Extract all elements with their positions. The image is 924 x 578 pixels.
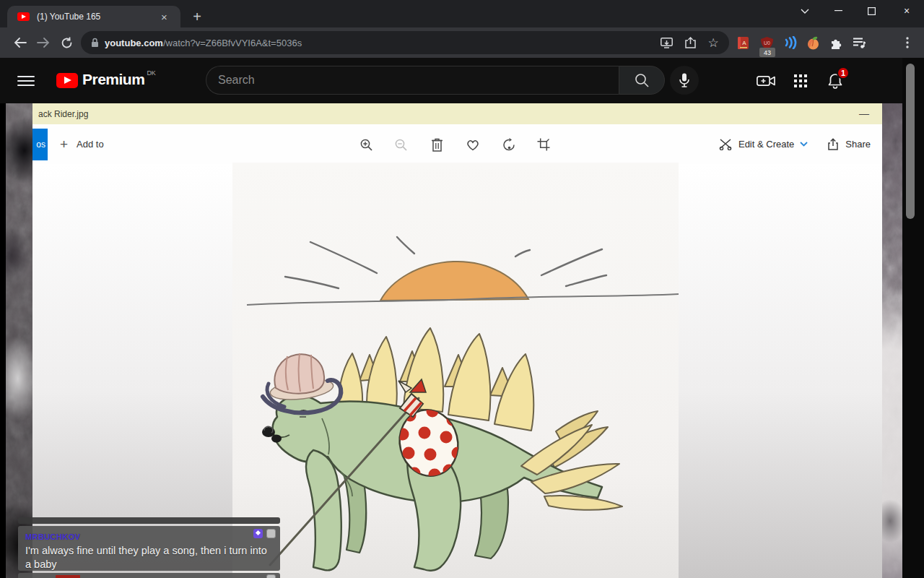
chat-message-text: I'm always fine until they play a song, … (25, 544, 273, 571)
svg-text:U0: U0 (764, 40, 770, 45)
browser-window: (1) YouTube 165 × + × (0, 0, 924, 578)
bookmark-star-icon[interactable]: ☆ (705, 34, 722, 51)
url-text: youtube.com/watch?v=Z66BfvVYI6A&t=5036s (105, 38, 302, 48)
rotate-icon[interactable] (498, 134, 520, 155)
svg-text:A: A (742, 40, 746, 46)
logo-region: DK (147, 69, 156, 77)
window-chevron-icon[interactable] (790, 0, 820, 22)
youtube-premium-logo[interactable]: Premium DK (56, 71, 156, 88)
voice-search-button[interactable] (670, 66, 699, 95)
plus-icon: + (60, 137, 68, 152)
window-titlebar: (1) YouTube 165 × + × (0, 0, 924, 27)
forward-button[interactable] (33, 33, 53, 53)
add-to-button[interactable]: + Add to (60, 124, 104, 164)
photos-toolbar-right: Edit & Create Share (719, 124, 882, 164)
install-app-icon[interactable] (658, 34, 675, 51)
extension-soundwave-icon[interactable] (781, 33, 800, 52)
share-button[interactable]: Share (827, 138, 871, 150)
youtube-masthead: Premium DK 1 (0, 58, 924, 103)
crop-icon[interactable] (533, 134, 554, 155)
photos-titlebar: ack Rider.jpg — (32, 103, 882, 124)
browser-tab[interactable]: (1) YouTube 165 × (7, 6, 180, 27)
chat-message-next (18, 573, 280, 578)
see-all-photos-button[interactable]: os (32, 129, 48, 160)
photos-toolbar: os + Add to (32, 124, 882, 164)
zoom-out-icon (390, 134, 411, 155)
browser-menu-icon[interactable] (897, 33, 918, 53)
chat-member-badge-icon (253, 529, 263, 538)
youtube-favicon-icon (17, 12, 30, 21)
tab-close-icon[interactable]: × (161, 11, 167, 23)
chat-next-username (56, 575, 80, 578)
logo-text: Premium (82, 71, 144, 88)
window-maximize-button[interactable] (856, 0, 886, 22)
url-path: /watch?v=Z66BfvVYI6A&t=5036s (163, 38, 302, 48)
search-input[interactable] (218, 74, 593, 87)
delete-icon[interactable] (426, 134, 448, 155)
see-all-photos-partial-label: os (36, 139, 45, 150)
edit-create-button[interactable]: Edit & Create (719, 138, 808, 150)
share-icon[interactable] (681, 34, 699, 51)
video-left-texture-shade (6, 103, 32, 578)
chat-next-badge-icon (266, 574, 276, 578)
menu-hamburger-icon[interactable] (17, 72, 35, 90)
edit-create-icon (719, 138, 733, 150)
share-photos-icon (827, 138, 840, 150)
photos-window-title: ack Rider.jpg (38, 109, 88, 119)
chat-message-previous (18, 517, 280, 524)
chat-emoji-badge-icon (266, 529, 276, 538)
chevron-down-icon (800, 142, 808, 147)
create-video-icon[interactable] (757, 72, 775, 90)
window-close-button[interactable]: × (889, 0, 924, 22)
back-button[interactable] (10, 33, 30, 53)
zoom-in-icon[interactable] (355, 134, 377, 155)
search-icon (635, 73, 649, 87)
microphone-icon (679, 73, 689, 87)
notification-count-badge: 1 (837, 66, 850, 79)
search-button[interactable] (619, 66, 665, 95)
ublock-badge: 43 (759, 48, 775, 57)
extension-peach-icon[interactable] (803, 33, 822, 52)
search-box[interactable] (206, 66, 619, 95)
favorite-heart-icon[interactable] (462, 134, 484, 155)
window-minimize-button[interactable] (823, 0, 853, 22)
photos-app-window: ack Rider.jpg — os + Add to (32, 103, 882, 578)
extensions-puzzle-icon[interactable] (826, 33, 845, 52)
video-right-texture-shade (882, 103, 902, 578)
photos-content (32, 164, 882, 578)
photos-minimize-icon: — (859, 108, 869, 119)
share-label: Share (845, 139, 871, 150)
tab-title: (1) YouTube 165 (37, 12, 160, 22)
lock-icon (91, 38, 99, 48)
reload-button[interactable] (56, 33, 77, 53)
url-domain: youtube.com (105, 38, 163, 48)
chat-username: MRBUCHKOV (25, 532, 80, 541)
page-scrollbar-thumb[interactable] (906, 64, 915, 219)
extension-red-book-icon[interactable]: A (733, 33, 752, 52)
browser-toolbar: youtube.com/watch?v=Z66BfvVYI6A&t=5036s … (0, 27, 924, 58)
video-player[interactable]: ack Rider.jpg — os + Add to (0, 103, 924, 578)
extension-music-queue-icon[interactable] (850, 33, 868, 52)
new-tab-button[interactable]: + (186, 6, 208, 27)
url-bar[interactable]: youtube.com/watch?v=Z66BfvVYI6A&t=5036s … (81, 31, 729, 54)
youtube-play-icon (56, 73, 78, 88)
edit-create-label: Edit & Create (738, 139, 794, 150)
add-to-label: Add to (77, 139, 104, 150)
photo-dinosaur-drawing (232, 163, 679, 578)
chat-message: MRBUCHKOV I'm always fine until they pla… (18, 526, 280, 571)
apps-grid-icon[interactable] (791, 72, 810, 90)
